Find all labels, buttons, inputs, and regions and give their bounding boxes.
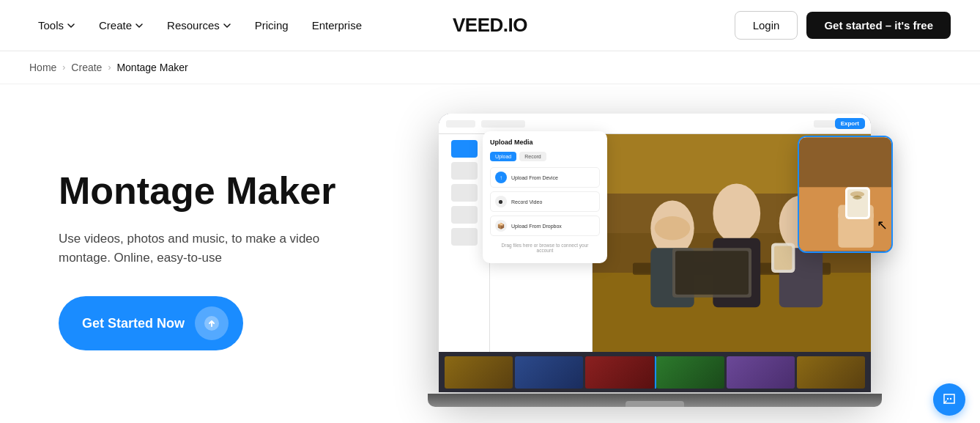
get-started-button[interactable]: Get Started Now [59, 296, 243, 350]
option-record[interactable]: ⏺ Record Video [490, 191, 600, 212]
chevron-down-icon [223, 21, 231, 30]
nav-resources[interactable]: Resources [158, 13, 240, 37]
svg-point-24 [947, 398, 949, 400]
timeline-clip-2[interactable] [515, 356, 583, 389]
nav-enterprise-label: Enterprise [312, 19, 362, 32]
sidebar-subtitles-icon[interactable] [451, 228, 478, 246]
nav-create-label: Create [99, 19, 132, 32]
timeline-clip-5[interactable] [727, 356, 795, 389]
breadcrumb-sep-2: › [108, 62, 111, 73]
get-started-label: Get Started Now [82, 316, 185, 331]
sidebar-text-icon[interactable] [451, 162, 478, 180]
hero-right: Export [366, 114, 951, 407]
floating-card-image: ↖ [799, 137, 891, 251]
laptop-notch [626, 401, 684, 407]
breadcrumb-sep-1: › [62, 62, 65, 73]
chevron-down-icon [67, 21, 75, 30]
record-icon: ⏺ [495, 196, 507, 207]
tab-record[interactable]: Record [519, 152, 546, 161]
timeline-clip-6[interactable] [797, 356, 865, 389]
timeline-clip-4[interactable] [656, 356, 724, 389]
nav-tools-label: Tools [38, 19, 64, 32]
breadcrumb-create[interactable]: Create [71, 62, 102, 73]
hero-subtitle: Use videos, photos and music, to make a … [59, 229, 337, 267]
nav-enterprise[interactable]: Enterprise [303, 13, 371, 37]
editor-panel: Upload Media Upload Record ↑ Upload From… [490, 134, 593, 352]
nav-create[interactable]: Create [90, 13, 152, 37]
nav-right: Login Get started – it's free [735, 11, 951, 40]
site-logo[interactable]: VEED.IO [453, 14, 527, 37]
main-nav: Tools Create Resources Pricing Enterpris… [0, 0, 980, 51]
hero-left: Montage Maker Use videos, photos and mus… [59, 170, 366, 350]
option-dropbox[interactable]: 📦 Upload From Dropbox [490, 216, 600, 236]
nav-pricing[interactable]: Pricing [246, 13, 297, 37]
upload-icon [195, 306, 229, 340]
svg-point-25 [950, 398, 951, 400]
playhead [655, 356, 656, 389]
login-button[interactable]: Login [735, 11, 798, 40]
nav-left: Tools Create Resources Pricing Enterpris… [29, 13, 735, 37]
chevron-down-icon [135, 21, 144, 30]
sidebar-upload-icon[interactable] [451, 140, 478, 158]
export-button[interactable]: Export [835, 118, 865, 129]
breadcrumb-current: Montage Maker [116, 62, 188, 73]
nav-cta-button[interactable]: Get started – it's free [806, 12, 951, 39]
option-device[interactable]: ↑ Upload From Device [490, 167, 600, 188]
nav-tools[interactable]: Tools [29, 13, 84, 37]
timeline-clip-1[interactable] [445, 356, 513, 389]
dialog-title: Upload Media [490, 139, 600, 146]
nav-pricing-label: Pricing [255, 19, 289, 32]
breadcrumb: Home › Create › Montage Maker [0, 51, 980, 84]
device-icon: ↑ [495, 172, 507, 183]
sidebar-audio-icon[interactable] [451, 184, 478, 202]
tab-upload[interactable]: Upload [490, 152, 516, 161]
svg-rect-18 [799, 137, 891, 187]
sidebar-effects-icon[interactable] [451, 206, 478, 224]
main-content: Montage Maker Use videos, photos and mus… [0, 84, 980, 422]
cursor-icon: ↖ [877, 217, 888, 233]
chat-bubble-button[interactable] [933, 383, 965, 416]
dropbox-icon: 📦 [495, 220, 507, 232]
breadcrumb-home[interactable]: Home [29, 62, 56, 73]
timeline-clip-3[interactable] [585, 356, 653, 389]
nav-resources-label: Resources [167, 19, 220, 32]
drag-text: Drag files here or browse to connect you… [490, 240, 600, 256]
laptop-mockup: Export [439, 114, 878, 407]
floating-media-card: ↖ [798, 136, 893, 253]
upload-dialog: Upload Media Upload Record ↑ Upload From… [483, 131, 607, 263]
hero-title: Montage Maker [59, 170, 337, 212]
editor-timeline [439, 352, 871, 392]
dialog-tabs: Upload Record [490, 152, 600, 161]
laptop-base [428, 394, 882, 407]
